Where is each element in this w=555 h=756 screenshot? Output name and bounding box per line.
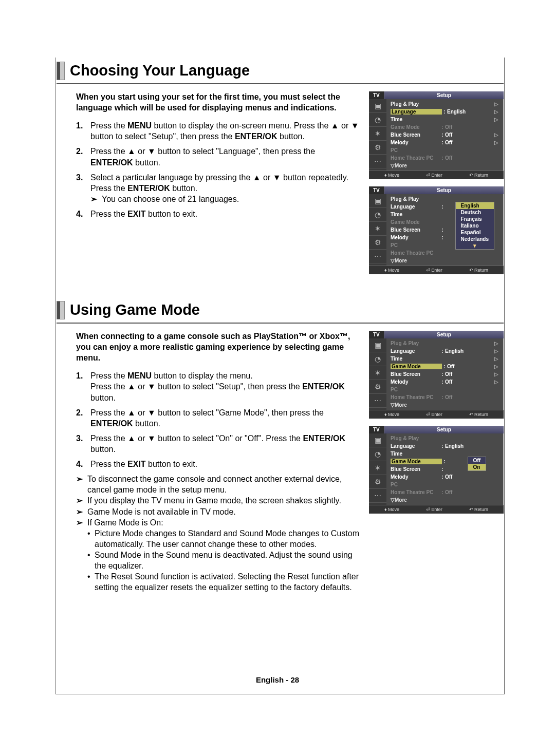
bullet-item: •The Reset Sound function is activated. … xyxy=(87,571,360,593)
osd-setup-label: Setup xyxy=(384,426,504,433)
language-dropdown: EnglishDeutschFrançaisItalianoEspañolNed… xyxy=(455,202,494,250)
osd-enter-hint: ⏎ Enter xyxy=(426,412,442,417)
step-number: 1. xyxy=(76,370,90,403)
osd-row: ▽More xyxy=(391,496,501,504)
osd-row: Time▷ xyxy=(391,355,501,363)
step-item: 3.Press the ▲ or ▼ button to select "On"… xyxy=(76,433,360,455)
step-body: Press the MENU button to display the men… xyxy=(90,370,360,403)
osd-row: Plug & Play xyxy=(391,434,501,442)
step-item: 3.Select a particular language by pressi… xyxy=(76,172,360,204)
section1-intro: When you start using your set for the fi… xyxy=(76,91,360,113)
osd-row: Home Theatre PC:Off xyxy=(391,154,501,162)
osd-tab-icon: ✶ xyxy=(369,222,386,236)
step-item: 4.Press the EXIT button to exit. xyxy=(76,459,360,469)
osd-row: Melody:Off▷ xyxy=(391,378,501,386)
osd-enter-hint: ⏎ Enter xyxy=(426,507,442,512)
bullet-item: •Sound Mode in the Sound menu is deactiv… xyxy=(87,550,360,571)
osd-move-hint: ♦ Move xyxy=(384,412,399,417)
step-item: 2.Press the ▲ or ▼ button to select "Lan… xyxy=(76,146,360,167)
osd-row: Language:English xyxy=(391,442,501,450)
section2-intro: When connecting to a game console such a… xyxy=(76,331,360,363)
osd-tab-icon: ◔ xyxy=(369,352,386,366)
page-footer: English - 28 xyxy=(0,675,555,684)
section2-notes: ➢To disconnect the game console and conn… xyxy=(76,474,360,593)
step-body: Press the MENU button to display the on-… xyxy=(90,120,360,142)
osd-row: Home Theatre PC xyxy=(391,249,501,257)
osd-row: ▽More xyxy=(391,162,501,169)
gamemode-option: On xyxy=(468,464,486,470)
step-body: Select a particular language by pressing… xyxy=(90,172,360,204)
osd-tab-icon: ▣ xyxy=(369,194,386,208)
osd-row: Blue Screen:Off▷ xyxy=(391,131,501,139)
note-row: ➢Game Mode is not available in TV mode. xyxy=(76,506,360,517)
osd-move-hint: ♦ Move xyxy=(384,173,399,178)
osd-footer: ♦ Move⏎ Enter↶ Return xyxy=(369,266,504,274)
osd-row: Plug & Play▷ xyxy=(391,339,501,347)
osd-return-hint: ↶ Return xyxy=(469,268,489,273)
language-option: Français xyxy=(456,216,494,222)
osd-return-hint: ↶ Return xyxy=(469,173,489,178)
osd-tabs: ▣◔✶⚙⋯ xyxy=(369,338,386,410)
divider xyxy=(57,83,504,84)
osd-row: PC xyxy=(391,146,501,154)
osd-row: PC xyxy=(391,386,501,393)
sub-bullets: •Picture Mode changes to Standard and So… xyxy=(87,528,360,593)
osd-row: Game Mode:Off xyxy=(391,123,501,131)
step-item: 1.Press the MENU button to display the m… xyxy=(76,370,360,403)
osd-enter-hint: ⏎ Enter xyxy=(426,268,442,273)
osd-tab-icon: ✶ xyxy=(369,127,386,141)
osd-row: Game Mode:Off▷ xyxy=(391,363,501,370)
section2-steps: 1.Press the MENU button to display the m… xyxy=(76,370,360,469)
step-body: Press the ▲ or ▼ button to select "Langu… xyxy=(90,146,360,167)
osd-footer: ♦ Move⏎ Enter↶ Return xyxy=(369,171,504,179)
osd-panel: Plug & Play▷Language:English▷Time▷Game M… xyxy=(386,99,504,171)
bullet-item: •Picture Mode changes to Standard and So… xyxy=(87,528,360,550)
osd-row: PC xyxy=(391,481,501,488)
osd-screenshot-1: TVSetup▣◔✶⚙⋯Plug & Play▷Language:English… xyxy=(369,91,504,179)
osd-tab-icon: ⋯ xyxy=(369,489,386,503)
osd-tv-label: TV xyxy=(369,426,384,433)
osd-return-hint: ↶ Return xyxy=(469,412,489,417)
note-row: ➢You can choose one of 21 languages. xyxy=(90,194,360,204)
osd-tab-icon: ⋯ xyxy=(369,250,386,263)
dropdown-more-icon: ▼ xyxy=(456,242,494,249)
osd-row: Language:English▷ xyxy=(391,347,501,355)
divider xyxy=(57,323,504,324)
osd-tab-icon: ▣ xyxy=(369,338,386,352)
osd-row: ▽More xyxy=(391,257,501,264)
osd-return-hint: ↶ Return xyxy=(469,507,489,512)
osd-tv-label: TV xyxy=(369,91,384,99)
osd-tv-label: TV xyxy=(369,331,384,338)
osd-row: Melody:Off▷ xyxy=(391,139,501,146)
osd-move-hint: ♦ Move xyxy=(384,507,399,512)
language-option: Deutsch xyxy=(456,209,494,216)
osd-setup-label: Setup xyxy=(384,186,504,194)
osd-setup-label: Setup xyxy=(384,91,504,99)
osd-row: Plug & Play▷ xyxy=(391,100,501,108)
step-item: 2.Press the ▲ or ▼ button to select "Gam… xyxy=(76,407,360,429)
step-item: 1.Press the MENU button to display the o… xyxy=(76,120,360,142)
osd-tv-label: TV xyxy=(369,186,384,194)
step-number: 4. xyxy=(76,459,90,469)
osd-footer: ♦ Move⏎ Enter↶ Return xyxy=(369,505,504,514)
osd-tabs: ▣◔✶⚙⋯ xyxy=(369,99,386,171)
osd-row: Time▷ xyxy=(391,116,501,123)
section-choosing-language: Choosing Your Language When you start us… xyxy=(57,62,504,281)
osd-tab-icon: ▣ xyxy=(369,433,386,447)
osd-row: Blue Screen:Off▷ xyxy=(391,370,501,378)
step-number: 2. xyxy=(76,407,90,429)
note-row: ➢To disconnect the game console and conn… xyxy=(76,474,360,495)
osd-screenshot-2: TVSetup▣◔✶⚙⋯Plug & PlayLanguage:TimeGame… xyxy=(369,186,504,274)
note-row: ➢If you display the TV menu in Game mode… xyxy=(76,495,360,506)
step-body: Press the ▲ or ▼ button to select "On" o… xyxy=(90,433,360,455)
osd-row: ▽More xyxy=(391,401,501,409)
language-option: Nederlands xyxy=(456,236,494,242)
note-row: ➢If Game Mode is On: xyxy=(76,517,360,528)
osd-tab-icon: ▣ xyxy=(369,99,386,113)
osd-tab-icon: ⚙ xyxy=(369,380,386,394)
osd-tabs: ▣◔✶⚙⋯ xyxy=(369,194,386,266)
osd-tab-icon: ◔ xyxy=(369,208,386,222)
osd-screenshot-4: TVSetup▣◔✶⚙⋯Plug & PlayLanguage:EnglishT… xyxy=(369,426,504,514)
osd-row: Home Theatre PC:Off xyxy=(391,488,501,496)
gamemode-dropdown: OffOn xyxy=(468,457,486,471)
